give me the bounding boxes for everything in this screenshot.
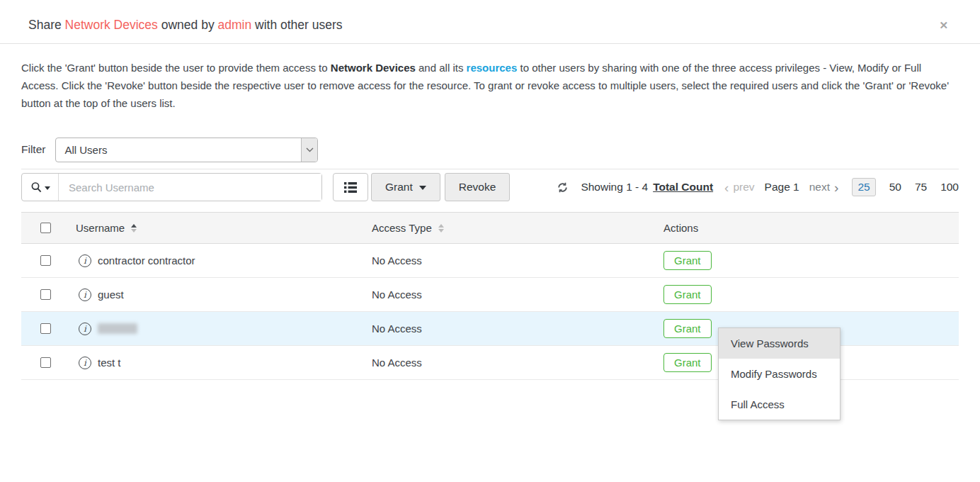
dialog-title: Share Network Devices owned by admin wit… <box>28 18 343 33</box>
sort-access-type-icon[interactable] <box>438 224 444 232</box>
info-icon[interactable]: i <box>79 288 91 301</box>
list-icon <box>344 182 357 193</box>
bulk-grant-button[interactable]: Grant <box>371 173 440 201</box>
access-type-text: No Access <box>372 288 422 301</box>
section-divider <box>21 169 959 169</box>
search-input[interactable] <box>59 174 321 201</box>
pagination: Showing 1 - 4 Total Count ‹prev Page 1 n… <box>557 178 959 196</box>
username-text: test t <box>98 357 121 369</box>
menu-item-full-access[interactable]: Full Access <box>719 389 840 420</box>
page-size-options: 25 50 75 100 <box>852 178 959 196</box>
filter-row: Filter All Users <box>21 137 980 162</box>
search-options-toggle[interactable] <box>22 174 59 201</box>
title-share: Share <box>28 18 65 32</box>
title-resource-name: Network Devices <box>65 18 158 32</box>
username-text: contractor contractor <box>98 254 195 267</box>
chevron-left-icon: ‹ <box>724 181 729 194</box>
bulk-revoke-label: Revoke <box>459 181 496 194</box>
dialog-header: Share Network Devices owned by admin wit… <box>0 0 980 44</box>
page-size-50[interactable]: 50 <box>889 181 901 194</box>
title-owned-by: owned by <box>158 18 218 32</box>
next-page-button[interactable]: next› <box>809 181 839 194</box>
page-size-75[interactable]: 75 <box>915 181 927 194</box>
actions-column-header: Actions <box>663 222 698 234</box>
filter-select[interactable]: All Users <box>55 138 318 162</box>
prev-page-button[interactable]: ‹prev <box>724 181 754 194</box>
next-label: next <box>809 181 830 194</box>
grant-access-menu: View Passwords Modify Passwords Full Acc… <box>718 327 841 420</box>
dialog-description: Click the 'Grant' button beside the user… <box>21 59 957 112</box>
grant-button[interactable]: Grant <box>663 285 712 304</box>
menu-item-modify-passwords[interactable]: Modify Passwords <box>719 359 840 389</box>
access-type-text: No Access <box>372 323 422 335</box>
filter-selected-option: All Users <box>56 144 301 156</box>
total-count-link[interactable]: Total Count <box>653 181 713 194</box>
info-icon[interactable]: i <box>79 323 91 335</box>
current-page-label: Page 1 <box>765 181 799 194</box>
info-icon[interactable]: i <box>79 254 91 267</box>
caret-down-icon <box>45 186 50 190</box>
bulk-revoke-button[interactable]: Revoke <box>445 173 511 201</box>
row-checkbox[interactable] <box>40 357 51 368</box>
redacted-username <box>98 323 137 334</box>
description-resource-bold: Network Devices <box>331 62 416 74</box>
close-icon[interactable]: ✕ <box>939 20 948 30</box>
chevron-right-icon: › <box>834 181 838 194</box>
list-view-button[interactable] <box>333 173 368 201</box>
description-text-2: and all its <box>416 62 467 74</box>
search-box <box>21 173 322 201</box>
chevron-down-icon <box>301 138 317 162</box>
grant-button[interactable]: Grant <box>663 251 712 270</box>
share-resource-dialog: Share Network Devices owned by admin wit… <box>0 0 980 482</box>
row-checkbox[interactable] <box>40 323 51 334</box>
access-type-text: No Access <box>372 254 422 267</box>
access-type-column-header: Access Type <box>372 222 432 234</box>
description-text-1: Click the 'Grant' button beside the user… <box>21 62 331 74</box>
info-icon[interactable]: i <box>79 357 91 369</box>
menu-item-view-passwords[interactable]: View Passwords <box>719 328 840 359</box>
toolbar: Grant Revoke Showing 1 - 4 Total Count ‹… <box>21 173 959 201</box>
page-size-25[interactable]: 25 <box>852 178 875 196</box>
username-column-header: Username <box>76 222 125 234</box>
caret-down-icon <box>419 186 426 190</box>
table-row: i guest No Access Grant <box>21 278 959 312</box>
refresh-icon[interactable] <box>557 181 569 194</box>
showing-range-text: Showing 1 - 4 <box>581 181 648 194</box>
select-all-checkbox[interactable] <box>40 223 51 233</box>
username-text: guest <box>98 288 124 301</box>
access-type-text: No Access <box>372 357 422 369</box>
grant-button[interactable]: Grant <box>663 319 712 338</box>
title-owner-name: admin <box>218 18 252 32</box>
title-suffix: with other users <box>251 18 342 32</box>
row-checkbox[interactable] <box>40 255 51 266</box>
page-size-100[interactable]: 100 <box>940 181 959 194</box>
grant-button[interactable]: Grant <box>663 353 712 372</box>
bulk-grant-label: Grant <box>385 181 413 194</box>
row-checkbox[interactable] <box>40 289 51 300</box>
table-row: i contractor contractor No Access Grant <box>21 244 959 278</box>
prev-label: prev <box>733 181 754 194</box>
sort-username-icon[interactable] <box>131 224 137 232</box>
table-header-row: Username Access Type Actions <box>21 212 959 244</box>
search-icon <box>30 181 42 194</box>
resources-link[interactable]: resources <box>467 62 518 74</box>
filter-label: Filter <box>21 143 45 156</box>
